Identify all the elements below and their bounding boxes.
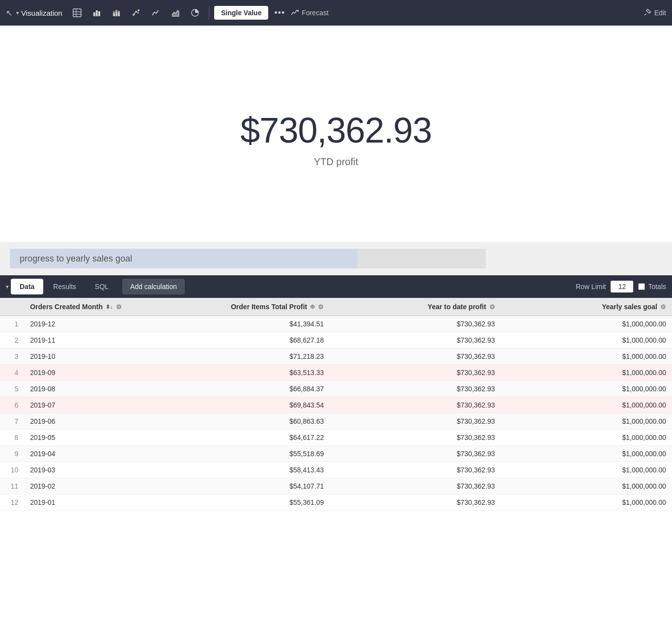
sort-icon[interactable]: ⬍↓: [106, 304, 113, 310]
cell-rownum: 3: [0, 349, 24, 365]
table-row: 1 2019-12 $41,394.51 $730,362.93 $1,000,…: [0, 316, 672, 332]
cell-profit: $60,863.63: [159, 413, 330, 430]
cell-month: 2019-06: [24, 413, 159, 430]
pie-chart-icon[interactable]: [186, 4, 204, 22]
scatter-icon[interactable]: [127, 4, 145, 22]
more-options-button[interactable]: •••: [270, 4, 289, 22]
svg-rect-0: [73, 9, 81, 17]
area-chart-icon[interactable]: [167, 4, 184, 22]
progress-label: progress to yearly sales goal: [20, 254, 132, 264]
cell-profit: $68,627.18: [159, 332, 330, 349]
svg-rect-5: [96, 10, 98, 16]
cell-rownum: 7: [0, 413, 24, 430]
row-limit-label: Row Limit: [576, 283, 606, 291]
cell-goal: $1,000,000.00: [501, 413, 672, 430]
cell-month: 2019-04: [24, 446, 159, 462]
cell-ytd: $730,362.93: [330, 349, 501, 365]
tab-sql[interactable]: SQL: [86, 279, 117, 294]
chevron-down-icon: ▾: [16, 10, 19, 16]
column-ytd-gear[interactable]: ⚙: [489, 303, 495, 311]
cell-month: 2019-08: [24, 381, 159, 397]
forecast-label: Forecast: [302, 9, 328, 17]
cell-goal: $1,000,000.00: [501, 397, 672, 413]
svg-point-16: [134, 13, 135, 14]
totals-checkbox[interactable]: [638, 283, 645, 290]
column-profit-gear[interactable]: ⚙: [318, 303, 324, 311]
cell-rownum: 1: [0, 316, 24, 332]
th-ytd: Year to date profit ⚙: [330, 298, 501, 316]
cell-rownum: 8: [0, 430, 24, 446]
cell-month: 2019-02: [24, 478, 159, 495]
data-table: Orders Created Month ⬍↓ ⚙ Order Items To…: [0, 298, 672, 511]
tab-results[interactable]: Results: [44, 279, 85, 294]
cell-month: 2019-09: [24, 365, 159, 381]
table-row: 5 2019-08 $66,884.37 $730,362.93 $1,000,…: [0, 381, 672, 397]
cell-goal: $1,000,000.00: [501, 462, 672, 478]
visualization-label: Visualization: [21, 9, 62, 17]
cell-rownum: 4: [0, 365, 24, 381]
cell-profit: $69,843.54: [159, 397, 330, 413]
svg-point-17: [137, 12, 139, 14]
table-header-row: Orders Created Month ⬍↓ ⚙ Order Items To…: [0, 298, 672, 316]
cell-month: 2019-05: [24, 430, 159, 446]
cell-month: 2019-10: [24, 349, 159, 365]
cell-profit: $54,107.71: [159, 478, 330, 495]
cell-ytd: $730,362.93: [330, 478, 501, 495]
cell-rownum: 11: [0, 478, 24, 495]
cell-ytd: $730,362.93: [330, 365, 501, 381]
cell-profit: $71,218.23: [159, 349, 330, 365]
svg-rect-9: [115, 12, 117, 16]
cell-ytd: $730,362.93: [330, 397, 501, 413]
divider-1: [209, 6, 209, 20]
table-row: 11 2019-02 $54,107.71 $730,362.93 $1,000…: [0, 478, 672, 495]
line-chart-icon[interactable]: [147, 4, 165, 22]
cursor-icon: ↖: [6, 8, 12, 18]
stacked-bar-icon[interactable]: [108, 4, 125, 22]
cell-month: 2019-03: [24, 462, 159, 478]
cell-month: 2019-01: [24, 495, 159, 511]
svg-rect-11: [118, 12, 120, 16]
forecast-button[interactable]: Forecast: [291, 9, 328, 17]
main-display: $730,362.93 YTD profit: [0, 26, 672, 242]
cell-profit: $64,617.22: [159, 430, 330, 446]
chevron-down-small-icon: ▾: [6, 284, 9, 290]
totals-label: Totals: [648, 283, 666, 291]
main-value: $730,362.93: [240, 110, 431, 150]
table-row: 10 2019-03 $58,413.43 $730,362.93 $1,000…: [0, 462, 672, 478]
add-calculation-button[interactable]: Add calculation: [122, 279, 185, 294]
cell-profit: $55,361.09: [159, 495, 330, 511]
svg-rect-12: [118, 11, 120, 12]
row-limit-area: Row Limit 12 Totals: [576, 281, 666, 292]
column-profit-label: Order Items Total Profit: [231, 303, 307, 311]
table-row: 8 2019-05 $64,617.22 $730,362.93 $1,000,…: [0, 430, 672, 446]
cell-profit: $66,884.37: [159, 381, 330, 397]
cell-profit: $55,518.69: [159, 446, 330, 462]
cell-ytd: $730,362.93: [330, 413, 501, 430]
svg-rect-7: [113, 13, 115, 16]
cell-rownum: 9: [0, 446, 24, 462]
data-table-wrapper: Orders Created Month ⬍↓ ⚙ Order Items To…: [0, 298, 672, 511]
row-limit-input[interactable]: 12: [611, 281, 633, 292]
cell-rownum: 6: [0, 397, 24, 413]
column-month-gear[interactable]: ⚙: [116, 303, 122, 311]
cell-goal: $1,000,000.00: [501, 381, 672, 397]
cell-month: 2019-07: [24, 397, 159, 413]
tab-data[interactable]: Data: [11, 279, 43, 294]
edit-icon: [644, 9, 651, 17]
cell-month: 2019-12: [24, 316, 159, 332]
table-row: 7 2019-06 $60,863.63 $730,362.93 $1,000,…: [0, 413, 672, 430]
svg-rect-10: [115, 10, 117, 12]
svg-point-13: [133, 14, 135, 16]
bar-chart-icon[interactable]: [88, 4, 106, 22]
cell-rownum: 10: [0, 462, 24, 478]
progress-bar: progress to yearly sales goal: [10, 249, 486, 268]
table-chart-icon[interactable]: [68, 4, 86, 22]
value-label: YTD profit: [314, 156, 358, 168]
th-goal: Yearly sales goal ⚙: [501, 298, 672, 316]
single-value-button[interactable]: Single Value: [214, 6, 268, 20]
cell-goal: $1,000,000.00: [501, 478, 672, 495]
column-goal-gear[interactable]: ⚙: [660, 303, 666, 311]
cell-profit: $41,394.51: [159, 316, 330, 332]
edit-button[interactable]: Edit: [644, 9, 666, 17]
column-ytd-label: Year to date profit: [428, 303, 486, 311]
